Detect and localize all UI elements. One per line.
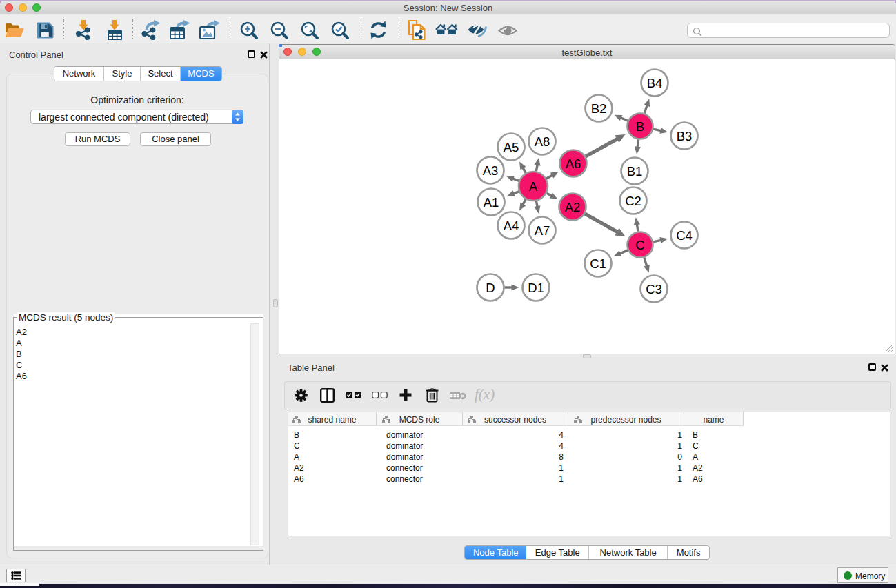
svg-text:B4: B4 [647, 76, 663, 90]
svg-text:A2: A2 [565, 200, 581, 214]
svg-text:B1: B1 [627, 164, 643, 179]
svg-text:B2: B2 [591, 101, 607, 116]
svg-text:A3: A3 [483, 163, 499, 178]
svg-text:A1: A1 [484, 195, 499, 210]
svg-text:A7: A7 [535, 223, 550, 238]
svg-text:B3: B3 [677, 129, 693, 143]
svg-text:D: D [486, 281, 495, 295]
svg-text:A4: A4 [504, 219, 519, 233]
svg-text:A: A [529, 179, 538, 194]
svg-text:A6: A6 [566, 156, 581, 171]
svg-text:B: B [636, 119, 644, 134]
svg-text:A5: A5 [504, 140, 519, 154]
svg-text:C4: C4 [676, 228, 693, 243]
svg-text:C1: C1 [590, 256, 606, 271]
svg-text:C2: C2 [625, 194, 641, 208]
svg-text:C: C [635, 238, 644, 252]
svg-text:C3: C3 [646, 282, 662, 296]
svg-text:A8: A8 [535, 134, 550, 149]
svg-text:D1: D1 [528, 281, 544, 295]
